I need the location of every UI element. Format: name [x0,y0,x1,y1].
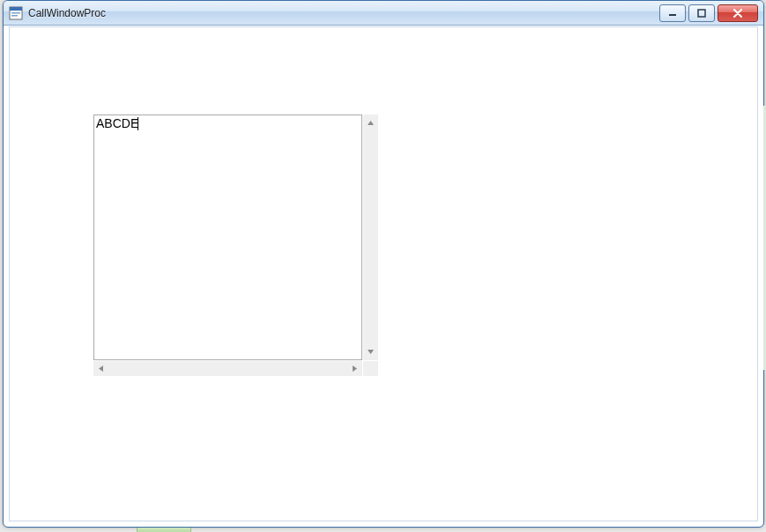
vertical-scrollbar[interactable] [363,115,378,360]
maximize-button[interactable] [688,4,715,22]
svg-rect-3 [11,15,18,17]
scroll-up-button[interactable] [364,115,377,130]
text-edit[interactable]: ABCDE [93,115,362,360]
taskbar-peek [137,528,191,532]
scroll-right-button[interactable] [347,361,362,376]
svg-rect-2 [11,12,20,14]
minimize-button[interactable] [659,4,686,22]
svg-rect-4 [669,14,676,16]
app-icon [9,6,23,20]
scroll-left-button[interactable] [93,361,108,376]
window-title: CallWindowProc [28,7,106,19]
scroll-down-button[interactable] [364,344,377,359]
title-bar[interactable]: CallWindowProc [4,1,763,26]
svg-rect-5 [698,10,705,17]
text-content: ABCDE [96,116,138,130]
application-window: CallWindowProc ABCDE [3,0,764,528]
client-area: ABCDE [9,26,758,521]
horizontal-scrollbar[interactable] [93,361,362,376]
text-edit-container: ABCDE [93,115,379,379]
title-left-group: CallWindowProc [9,6,106,20]
vertical-scroll-track[interactable] [364,130,377,344]
window-controls [659,4,758,22]
svg-rect-1 [10,7,22,11]
scrollbar-corner [363,361,378,376]
close-button[interactable] [718,4,758,22]
text-caret [138,117,138,130]
